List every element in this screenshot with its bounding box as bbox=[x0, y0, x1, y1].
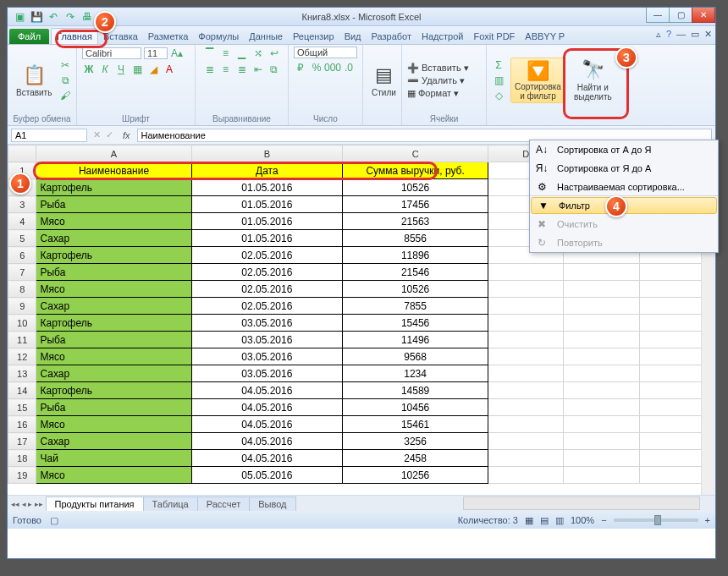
indent-dec-icon[interactable]: ⇤ bbox=[251, 63, 265, 76]
font-name-select[interactable]: Calibri bbox=[82, 47, 141, 59]
cell[interactable] bbox=[488, 332, 564, 348]
cell[interactable] bbox=[564, 467, 639, 484]
row-header[interactable]: 11 bbox=[8, 332, 36, 348]
row-header[interactable]: 9 bbox=[8, 298, 36, 315]
tab-file[interactable]: Файл bbox=[9, 29, 49, 44]
cell[interactable]: 01.05.2016 bbox=[191, 196, 343, 213]
cell[interactable] bbox=[564, 315, 639, 332]
cell[interactable]: 04.05.2016 bbox=[191, 433, 343, 450]
cell[interactable]: Сумма выручки, руб. bbox=[343, 162, 488, 179]
sheet-nav[interactable]: ◂◂ ◂ ▸ ▸▸ bbox=[8, 500, 47, 508]
styles-button[interactable]: ▤ Стили bbox=[368, 63, 400, 99]
row-header[interactable]: 16 bbox=[8, 416, 36, 433]
cell[interactable] bbox=[488, 348, 564, 365]
row-header[interactable]: 8 bbox=[8, 281, 36, 298]
underline-icon[interactable]: Ч bbox=[114, 63, 128, 76]
dropdown-item-sort-asc[interactable]: A↓Сортировка от А до Я bbox=[530, 140, 718, 159]
cell[interactable]: 15456 bbox=[343, 315, 488, 332]
cell[interactable]: Картофель bbox=[36, 315, 191, 332]
find-select-button[interactable]: 🔭 Найти и выделить bbox=[571, 58, 615, 103]
row-header[interactable]: 3 bbox=[8, 196, 36, 213]
zoom-in-icon[interactable]: + bbox=[705, 515, 710, 525]
cell[interactable]: Сахар bbox=[36, 230, 191, 247]
macro-record-icon[interactable]: ▢ bbox=[50, 515, 58, 526]
row-header[interactable]: 18 bbox=[8, 450, 36, 467]
cell[interactable]: 1234 bbox=[343, 365, 488, 382]
row-header[interactable]: 7 bbox=[8, 264, 36, 281]
cell[interactable]: 04.05.2016 bbox=[191, 382, 343, 399]
copy-icon[interactable]: ⧉ bbox=[58, 74, 72, 87]
cell[interactable]: 04.05.2016 bbox=[191, 450, 343, 467]
cells-format-button[interactable]: ▦Формат▾ bbox=[407, 88, 469, 99]
select-all-corner[interactable] bbox=[8, 145, 36, 162]
view-pagebreak-icon[interactable]: ▥ bbox=[555, 515, 564, 526]
cell[interactable]: 21563 bbox=[343, 213, 488, 230]
sheet-tab[interactable]: Таблица bbox=[143, 496, 198, 511]
redo-icon[interactable]: ↷ bbox=[63, 10, 77, 24]
tab-Foxit PDF[interactable]: Foxit PDF bbox=[468, 29, 520, 44]
row-header[interactable]: 17 bbox=[8, 433, 36, 450]
cell[interactable] bbox=[564, 382, 639, 399]
cell[interactable]: Сахар bbox=[36, 365, 191, 382]
cell[interactable]: 02.05.2016 bbox=[191, 247, 343, 264]
cell[interactable]: 17456 bbox=[343, 196, 488, 213]
tab-Разметка[interactable]: Разметка bbox=[143, 29, 194, 44]
cell[interactable]: 02.05.2016 bbox=[191, 281, 343, 298]
tab-Данные[interactable]: Данные bbox=[244, 29, 288, 44]
font-size-select[interactable]: 11 bbox=[144, 47, 168, 59]
cell[interactable] bbox=[564, 399, 639, 416]
cell[interactable]: Картофель bbox=[36, 382, 191, 399]
row-header[interactable]: 10 bbox=[8, 315, 36, 332]
fx-icon[interactable]: fx bbox=[116, 130, 137, 140]
cell[interactable] bbox=[564, 450, 639, 467]
cut-icon[interactable]: ✂ bbox=[58, 58, 72, 72]
zoom-level[interactable]: 100% bbox=[571, 515, 594, 525]
cell[interactable]: 9568 bbox=[343, 348, 488, 365]
cell[interactable] bbox=[488, 382, 564, 399]
cell[interactable]: Рыба bbox=[36, 399, 191, 416]
cell[interactable] bbox=[564, 348, 639, 365]
cell[interactable]: 01.05.2016 bbox=[191, 213, 343, 230]
paste-button[interactable]: 📋 Вставить bbox=[13, 63, 55, 99]
number-format-select[interactable]: Общий bbox=[294, 47, 357, 58]
save-icon[interactable]: 💾 bbox=[30, 10, 43, 24]
cell[interactable] bbox=[488, 315, 564, 332]
align-bottom-icon[interactable]: ▁ bbox=[235, 47, 249, 60]
percent-icon[interactable]: % bbox=[310, 61, 323, 74]
cell[interactable]: Чай bbox=[36, 450, 191, 467]
fill-icon[interactable]: ▥ bbox=[492, 74, 505, 87]
cell[interactable]: 3256 bbox=[343, 433, 488, 450]
workbook-min-icon[interactable]: — bbox=[676, 29, 686, 40]
cell[interactable] bbox=[488, 450, 564, 467]
name-box[interactable]: A1 bbox=[11, 129, 87, 142]
cell[interactable]: 2458 bbox=[343, 450, 488, 467]
align-right-icon[interactable]: ≣ bbox=[235, 63, 249, 76]
align-left-icon[interactable]: ≣ bbox=[203, 63, 217, 76]
cell[interactable]: 02.05.2016 bbox=[191, 298, 343, 315]
row-header[interactable]: 5 bbox=[8, 230, 36, 247]
italic-icon[interactable]: К bbox=[98, 63, 112, 76]
row-header[interactable]: 6 bbox=[8, 247, 36, 264]
print-icon[interactable]: 🖶 bbox=[80, 10, 94, 24]
autosum-icon[interactable]: Σ bbox=[492, 58, 505, 72]
cell[interactable] bbox=[564, 433, 639, 450]
row-header[interactable]: 13 bbox=[8, 365, 36, 382]
cell[interactable]: 03.05.2016 bbox=[191, 365, 343, 382]
cancel-formula-icon[interactable]: ✕ bbox=[91, 129, 103, 140]
enter-formula-icon[interactable]: ✓ bbox=[103, 129, 116, 140]
grow-font-icon[interactable]: A▴ bbox=[170, 47, 184, 60]
sheet-tab-active[interactable]: Продукты питания bbox=[46, 496, 144, 511]
cell[interactable] bbox=[488, 399, 564, 416]
cell[interactable]: 05.05.2016 bbox=[191, 467, 343, 484]
cell[interactable]: 7855 bbox=[343, 298, 488, 315]
cell[interactable] bbox=[564, 264, 639, 281]
cell[interactable]: 10526 bbox=[343, 179, 488, 196]
cell[interactable] bbox=[488, 264, 564, 281]
cell[interactable]: 03.05.2016 bbox=[191, 315, 343, 332]
minimize-button[interactable]: — bbox=[646, 8, 670, 23]
undo-icon[interactable]: ↶ bbox=[47, 10, 60, 24]
col-header-B[interactable]: B bbox=[191, 145, 343, 162]
cell[interactable]: Рыба bbox=[36, 264, 191, 281]
cell[interactable] bbox=[488, 416, 564, 433]
view-normal-icon[interactable]: ▦ bbox=[525, 515, 533, 526]
